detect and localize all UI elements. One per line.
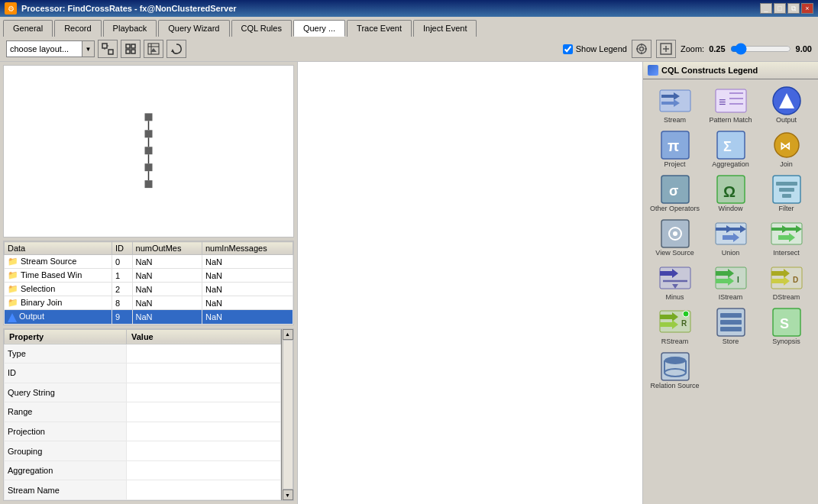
svg-rect-0	[102, 44, 107, 48]
close-button[interactable]: ×	[801, 3, 813, 14]
legend-item-join[interactable]: ⋈ Join	[759, 128, 813, 171]
svg-rect-75	[779, 188, 794, 192]
table-row[interactable]: 📁Time Based Win 1NaNNaN	[5, 269, 293, 283]
fit-btn[interactable]	[98, 40, 118, 58]
legend-title: CQL Constructs Legend	[661, 66, 758, 75]
dstream-label: DStream	[773, 293, 800, 301]
expand-btn[interactable]	[121, 40, 141, 58]
svg-point-14	[639, 47, 643, 51]
layout-select[interactable]: choose layout...	[6, 40, 82, 57]
legend-item-stream[interactable]: Stream	[648, 84, 702, 127]
filter-label: Filter	[779, 205, 794, 212]
minimize-button[interactable]: _	[760, 3, 772, 14]
legend-item-union[interactable]: Union	[703, 217, 758, 260]
other-icon: σ	[660, 176, 690, 203]
legend-item-output[interactable]: Output	[759, 84, 813, 127]
viewsource-label: View Source	[655, 249, 694, 257]
tab-general[interactable]: General	[3, 20, 53, 37]
table-row[interactable]: 📁Selection 2NaNNaN	[5, 283, 293, 296]
zoom-label: Zoom:	[681, 44, 704, 53]
svg-rect-7	[131, 50, 135, 53]
property-row: Range	[5, 402, 281, 422]
legend-item-pattern[interactable]: ≡ Pattern Match	[703, 84, 758, 127]
show-legend-checkbox[interactable]: Show Legend	[563, 44, 627, 54]
intersect-label: Intersect	[773, 249, 800, 257]
zoom-fit-btn[interactable]	[656, 40, 676, 58]
relationsource-label: Relation Source	[650, 382, 699, 389]
maximize-button[interactable]: □	[774, 3, 786, 14]
output-label: Output	[776, 116, 797, 124]
property-row: Aggregation	[5, 460, 281, 480]
svg-point-112	[664, 357, 686, 364]
svg-text:⋈: ⋈	[780, 140, 791, 152]
scroll-up-btn[interactable]: ▲	[283, 329, 293, 340]
svg-rect-22	[145, 113, 153, 121]
viewsource-icon	[660, 220, 690, 247]
legend-item-minus[interactable]: Minus	[648, 261, 702, 304]
svg-point-79	[673, 231, 677, 236]
pattern-label: Pattern Match	[709, 116, 752, 124]
layout-auto-btn[interactable]	[144, 40, 163, 58]
prop-col-property: Property	[5, 329, 127, 344]
scroll-down-btn[interactable]: ▼	[283, 489, 293, 500]
legend-item-dstream[interactable]: D DStream	[759, 261, 813, 304]
legend-item-relationsource[interactable]: Relation Source	[648, 350, 702, 393]
legend-item-synopsis[interactable]: S Synopsis	[759, 305, 813, 348]
legend-item-intersect[interactable]: Intersect	[759, 217, 813, 260]
data-table: Data ID numOutMes numInMessages 📁Stream …	[4, 241, 293, 324]
union-icon	[716, 220, 746, 247]
zoom-slider[interactable]	[730, 43, 791, 55]
header-toolbar: choose layout... ▼ Show Legend	[0, 37, 818, 62]
store-label: Store	[723, 338, 739, 345]
tab-query[interactable]: Query ...	[293, 20, 345, 37]
svg-rect-80	[716, 223, 746, 244]
stream-label: Stream	[664, 116, 686, 124]
table-row[interactable]: Output 9NaNNaN	[5, 310, 293, 324]
svg-rect-108	[720, 327, 742, 331]
tab-query-wizard[interactable]: Query Wizard	[158, 20, 229, 37]
istream-icon: I	[716, 264, 746, 292]
property-table: Property Value Type ID	[4, 329, 281, 500]
svg-rect-24	[145, 130, 153, 137]
property-panel: Property Value Type ID	[3, 328, 294, 501]
col-id: ID	[112, 242, 133, 255]
svg-text:Ω: Ω	[723, 183, 736, 200]
tab-inject-event[interactable]: Inject Event	[413, 20, 477, 37]
legend-grid: Stream ≡ Pattern Match	[643, 79, 818, 397]
relationsource-icon	[660, 353, 690, 380]
refresh-btn[interactable]	[167, 40, 186, 58]
legend-item-project[interactable]: π Project	[648, 128, 702, 171]
right-panel: CQL Constructs Legend Stream	[642, 62, 818, 504]
legend-item-viewsource[interactable]: View Source	[648, 217, 702, 260]
legend-item-rstream[interactable]: R RStream	[648, 305, 702, 348]
legend-item-aggregation[interactable]: Σ Aggregation	[703, 128, 758, 171]
property-row: Grouping	[5, 441, 281, 461]
svg-text:S: S	[780, 316, 789, 331]
restore-button[interactable]: ⧉	[787, 3, 800, 14]
tab-cql-rules[interactable]: CQL Rules	[231, 20, 292, 37]
svg-rect-92	[716, 267, 746, 289]
legend-header: CQL Constructs Legend	[643, 62, 818, 79]
table-row[interactable]: 📁Stream Source 0NaNNaN	[5, 255, 293, 269]
istream-label: IStream	[719, 293, 743, 301]
legend-settings-btn[interactable]	[632, 40, 651, 58]
legend-item-store[interactable]: Store	[703, 305, 758, 348]
table-row[interactable]: 📁Binary Join 8NaNNaN	[5, 296, 293, 310]
tab-trace-event[interactable]: Trace Event	[347, 20, 412, 37]
svg-rect-6	[126, 50, 130, 53]
tab-record[interactable]: Record	[54, 20, 101, 37]
layout-placeholder: choose layout...	[10, 44, 69, 53]
layout-dropdown-btn[interactable]: ▼	[82, 40, 95, 57]
legend-item-other[interactable]: σ Other Operators	[648, 173, 702, 215]
legend-item-istream[interactable]: I IStream	[703, 261, 758, 304]
synopsis-label: Synopsis	[772, 338, 800, 345]
output-icon	[771, 87, 802, 115]
tab-playback[interactable]: Playback	[103, 20, 157, 37]
property-scrollbar[interactable]: ▲ ▼	[281, 329, 293, 500]
scroll-track[interactable]	[283, 340, 293, 489]
legend-item-window[interactable]: Ω Window	[703, 173, 758, 215]
filter-icon	[771, 176, 802, 203]
svg-rect-76	[782, 194, 791, 198]
legend-item-filter[interactable]: Filter	[759, 173, 813, 215]
minus-icon	[660, 264, 690, 292]
